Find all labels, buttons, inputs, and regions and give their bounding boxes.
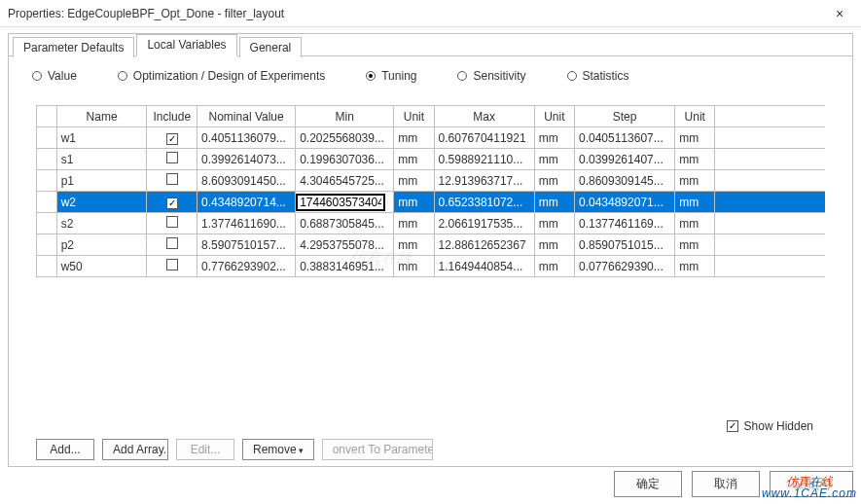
- table-row[interactable]: w20.4348920714...mm0.6523381072...mm0.04…: [37, 192, 826, 213]
- cancel-button[interactable]: 取消: [692, 471, 760, 497]
- table-row[interactable]: s21.3774611690...0.6887305845...mm2.0661…: [37, 213, 826, 234]
- cell-min[interactable]: 0.6887305845...: [296, 213, 394, 234]
- cell-unit-step[interactable]: mm: [675, 127, 715, 149]
- row-handle[interactable]: [37, 213, 57, 234]
- cell-name[interactable]: w1: [56, 127, 147, 149]
- tab-local-variables[interactable]: Local Variables: [136, 34, 236, 56]
- cell-include[interactable]: [147, 234, 197, 256]
- cell-unit-step[interactable]: mm: [675, 170, 715, 192]
- cell-max[interactable]: 12.88612652367: [434, 234, 534, 256]
- cell-include[interactable]: [147, 149, 197, 170]
- row-handle[interactable]: [37, 149, 57, 170]
- cell-step[interactable]: 0.0405113607...: [574, 127, 674, 149]
- cell-include[interactable]: [147, 256, 197, 277]
- table-row[interactable]: w500.7766293902...0.3883146951...mm1.164…: [37, 256, 826, 277]
- cell-nominal[interactable]: 0.4051136079...: [197, 127, 296, 149]
- header-unit3[interactable]: Unit: [675, 106, 715, 127]
- show-hidden-checkbox[interactable]: [727, 420, 738, 432]
- cell-nominal[interactable]: 8.6093091450...: [197, 170, 296, 192]
- table-row[interactable]: p28.5907510157...4.2953755078...mm12.886…: [37, 234, 826, 256]
- cell-step[interactable]: 0.0399261407...: [574, 149, 674, 170]
- edit-button[interactable]: Edit...: [176, 439, 234, 460]
- header-min[interactable]: Min: [296, 106, 394, 127]
- cell-unit-min[interactable]: mm: [394, 170, 434, 192]
- cell-unit-step[interactable]: mm: [675, 192, 715, 213]
- ok-button[interactable]: 确定: [614, 471, 682, 497]
- row-handle[interactable]: [37, 127, 57, 149]
- cell-name[interactable]: s1: [56, 149, 147, 170]
- cell-unit-step[interactable]: mm: [675, 213, 715, 234]
- cell-nominal[interactable]: 1.3774611690...: [197, 213, 296, 234]
- convert-button[interactable]: onvert To Paramete: [322, 439, 433, 460]
- header-max[interactable]: Max: [434, 106, 534, 127]
- add-button[interactable]: Add...: [36, 439, 94, 460]
- header-nominal[interactable]: Nominal Value: [197, 106, 296, 127]
- cell-min-edit-input[interactable]: [296, 194, 385, 211]
- table-row[interactable]: w10.4051136079...0.2025568039...mm0.6076…: [37, 127, 826, 149]
- cell-unit-min[interactable]: mm: [394, 234, 434, 256]
- cell-nominal[interactable]: 0.7766293902...: [197, 256, 296, 277]
- cell-name[interactable]: w2: [56, 192, 147, 213]
- row-handle[interactable]: [37, 256, 57, 277]
- cell-unit-max[interactable]: mm: [534, 192, 574, 213]
- cell-unit-min[interactable]: mm: [394, 213, 434, 234]
- remove-button[interactable]: Remove: [242, 439, 314, 460]
- add-array-button[interactable]: Add Array...: [102, 439, 168, 460]
- header-unit2[interactable]: Unit: [534, 106, 574, 127]
- cell-nominal[interactable]: 0.3992614073...: [197, 149, 296, 170]
- cell-min[interactable]: 4.2953755078...: [296, 234, 394, 256]
- include-checkbox[interactable]: [166, 198, 178, 209]
- cell-unit-max[interactable]: mm: [534, 234, 574, 256]
- cell-nominal[interactable]: 8.5907510157...: [197, 234, 296, 256]
- radio-statistics[interactable]: Statistics: [567, 69, 629, 83]
- cell-name[interactable]: w50: [56, 256, 147, 277]
- close-button[interactable]: ×: [818, 0, 861, 27]
- cell-include[interactable]: [147, 213, 197, 234]
- cell-max[interactable]: 2.0661917535...: [434, 213, 534, 234]
- cell-unit-step[interactable]: mm: [675, 149, 715, 170]
- tab-general[interactable]: General: [239, 37, 303, 57]
- cell-min[interactable]: 0.1996307036...: [296, 149, 394, 170]
- include-checkbox[interactable]: [166, 216, 178, 228]
- cell-unit-step[interactable]: mm: [675, 256, 715, 277]
- cell-name[interactable]: s2: [56, 213, 147, 234]
- include-checkbox[interactable]: [166, 152, 178, 163]
- cell-nominal[interactable]: 0.4348920714...: [197, 192, 296, 213]
- include-checkbox[interactable]: [166, 259, 178, 270]
- cell-step[interactable]: 0.0434892071...: [574, 192, 674, 213]
- cell-include[interactable]: [147, 170, 197, 192]
- cell-unit-max[interactable]: mm: [534, 127, 574, 149]
- cell-include[interactable]: [147, 127, 197, 149]
- header-step[interactable]: Step: [574, 106, 674, 127]
- include-checkbox[interactable]: [166, 173, 178, 185]
- cell-unit-max[interactable]: mm: [534, 170, 574, 192]
- cell-unit-max[interactable]: mm: [534, 256, 574, 277]
- cell-name[interactable]: p2: [56, 234, 147, 256]
- row-handle[interactable]: [37, 192, 57, 213]
- row-handle[interactable]: [37, 170, 57, 192]
- radio-tuning[interactable]: Tuning: [366, 69, 416, 83]
- header-unit[interactable]: Unit: [394, 106, 434, 127]
- radio-optimization-design-of-experiments[interactable]: Optimization / Design of Experiments: [118, 69, 325, 83]
- cell-max[interactable]: 0.607670411921: [434, 127, 534, 149]
- cell-unit-min[interactable]: mm: [394, 149, 434, 170]
- cell-unit-min[interactable]: mm: [394, 127, 434, 149]
- cell-max[interactable]: 12.913963717...: [434, 170, 534, 192]
- header-include[interactable]: Include: [147, 106, 197, 127]
- table-row[interactable]: p18.6093091450...4.3046545725...mm12.913…: [37, 170, 826, 192]
- cell-min[interactable]: 0.2025568039...: [296, 127, 394, 149]
- cell-max[interactable]: 0.6523381072...: [434, 192, 534, 213]
- include-checkbox[interactable]: [166, 133, 178, 145]
- cell-max[interactable]: 0.5988921110...: [434, 149, 534, 170]
- cell-unit-max[interactable]: mm: [534, 213, 574, 234]
- cell-min[interactable]: 0.3883146951...: [296, 256, 394, 277]
- cell-include[interactable]: [147, 192, 197, 213]
- cell-step[interactable]: 0.0776629390...: [574, 256, 674, 277]
- cell-unit-min[interactable]: mm: [394, 256, 434, 277]
- cell-unit-step[interactable]: mm: [675, 234, 715, 256]
- radio-sensitivity[interactable]: Sensitivity: [457, 69, 525, 83]
- include-checkbox[interactable]: [166, 237, 178, 249]
- table-row[interactable]: s10.3992614073...0.1996307036...mm0.5988…: [37, 149, 826, 170]
- cell-min[interactable]: 4.3046545725...: [296, 170, 394, 192]
- radio-value[interactable]: Value: [32, 69, 77, 83]
